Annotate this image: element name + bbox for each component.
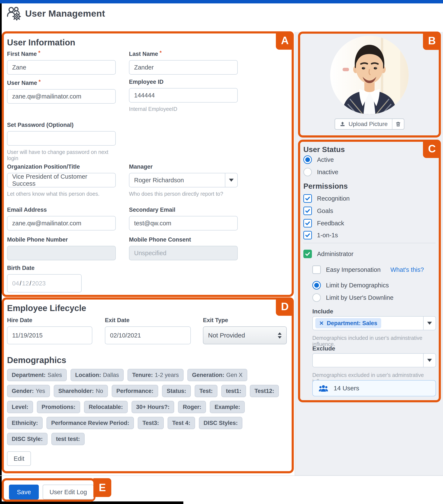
demographic-tag: Example: xyxy=(210,401,245,413)
demographic-tag: Roger: xyxy=(178,401,206,413)
checkbox-recognition[interactable]: Recognition xyxy=(303,194,350,203)
user-information-title: User Information xyxy=(7,38,75,47)
demographic-tag: Shareholder:No xyxy=(54,385,108,397)
manager-helper: Who does this person directly report to? xyxy=(129,191,238,197)
annotation-badge-d: D xyxy=(276,297,294,316)
checkbox-administrator[interactable]: Administrator xyxy=(303,250,354,258)
demographics-row: Gender:Yes Shareholder:No Performance: S… xyxy=(7,385,279,397)
checkbox-1on1s-label: 1-on-1s xyxy=(317,232,338,239)
annotation-badge-c: C xyxy=(423,140,441,158)
field-employee-id: Employee ID 144444 Internal EmployeeID xyxy=(129,79,238,112)
demographic-tag: test1: xyxy=(221,385,246,397)
user-name-label: User Name* xyxy=(7,79,116,86)
demographic-tag: Test12: xyxy=(250,385,279,397)
footer-actions-section: E Save User Edit Log xyxy=(2,478,95,502)
required-asterisk: * xyxy=(38,50,40,56)
checkbox-easy-impersonation[interactable]: Easy Impersonation What's this? xyxy=(312,265,424,274)
field-set-password: Set Password (Optional) User will have t… xyxy=(7,122,116,162)
demographics-row: Department:Sales Location:Dallas Tenure:… xyxy=(7,369,247,381)
easy-impersonation-label: Easy Impersonation xyxy=(326,266,381,273)
field-hire-date: Hire Date 11/19/2015 xyxy=(7,317,92,344)
close-icon[interactable]: ✕ xyxy=(319,320,324,327)
employee-id-input[interactable]: 144444 xyxy=(129,88,238,103)
unchecked-checkbox-icon xyxy=(312,265,321,274)
page-title: User Management xyxy=(25,8,105,19)
employee-lifecycle-section: D Employee Lifecycle Hire Date 11/19/201… xyxy=(2,297,294,473)
include-select[interactable]: ✕ Department: Sales xyxy=(312,316,436,330)
demographics-row: Level: Promotions: Relocatable: 30+ Hour… xyxy=(7,401,245,413)
required-asterisk: * xyxy=(160,50,162,56)
demographic-tag: DISC Style: xyxy=(7,433,48,445)
radio-inactive[interactable]: Inactive xyxy=(303,168,338,176)
field-secondary-email: Secondary Email test@qw.com xyxy=(129,207,238,231)
exit-type-select[interactable]: Not Provided xyxy=(203,326,287,344)
mobile-phone-label: Mobile Phone Number xyxy=(7,236,116,243)
demographic-tag: Relocatable: xyxy=(84,401,128,413)
birth-date-input[interactable]: 04/12/2023 xyxy=(7,274,82,292)
demographic-tag: test test: xyxy=(51,433,85,445)
org-position-input[interactable]: Vice President of Customer Success xyxy=(7,173,116,187)
field-exit-date: Exit Date 02/10/2021 xyxy=(105,317,191,344)
radio-limit-demographics[interactable]: Limit by Demographics xyxy=(312,281,389,289)
last-name-input[interactable]: Zander xyxy=(129,60,238,75)
checkbox-feedback[interactable]: Feedback xyxy=(303,219,344,228)
checkbox-goals-label: Goals xyxy=(317,207,333,215)
field-exit-type: Exit Type Not Provided xyxy=(203,317,287,344)
chevron-down-icon xyxy=(423,354,436,367)
birth-date-label: Birth Date xyxy=(7,265,82,271)
demographics-row: DISC Style: test test: xyxy=(7,433,85,445)
whats-this-link[interactable]: What's this? xyxy=(390,266,424,273)
demographic-tag: Test3: xyxy=(138,417,164,429)
users-count-label: 14 Users xyxy=(334,385,359,392)
delete-picture-button[interactable] xyxy=(392,119,404,129)
checkbox-goals[interactable]: Goals xyxy=(303,207,333,215)
mobile-phone-input xyxy=(7,246,116,260)
radio-limit-downline[interactable]: Limit by User's Downline xyxy=(312,293,393,302)
edit-demographics-button[interactable]: Edit xyxy=(7,451,31,466)
checked-checkbox-icon xyxy=(303,219,312,228)
top-blue-bar xyxy=(0,0,443,3)
field-birth-date: Birth Date 04/12/2023 xyxy=(7,265,82,292)
chevron-down-icon xyxy=(225,173,237,187)
user-information-section: A User Information First Name* Zane Last… xyxy=(2,31,294,297)
employee-id-label: Employee ID xyxy=(129,79,238,85)
checkbox-recognition-label: Recognition xyxy=(317,195,350,202)
checked-checkbox-icon xyxy=(303,207,312,215)
email-label: Email Address xyxy=(7,207,116,213)
field-last-name: Last Name* Zander xyxy=(129,50,238,75)
upload-picture-button[interactable]: Upload Picture xyxy=(335,119,392,129)
radio-unselected-icon xyxy=(312,293,321,302)
set-password-label: Set Password (Optional) xyxy=(7,122,116,128)
upload-controls: Upload Picture xyxy=(335,119,404,130)
exclude-select[interactable] xyxy=(312,353,436,367)
org-position-helper: Let others know what this person does. xyxy=(7,191,116,197)
manager-label: Manager xyxy=(129,163,238,170)
annotation-badge-b: B xyxy=(423,32,441,50)
users-gear-icon xyxy=(6,6,21,20)
manager-select[interactable]: Roger Richardson xyxy=(129,173,238,187)
screen-left-edge xyxy=(0,3,2,504)
user-status-title: User Status xyxy=(303,145,345,154)
checkbox-1on1s[interactable]: 1-on-1s xyxy=(303,231,338,239)
footer-divider xyxy=(0,475,443,476)
secondary-email-input[interactable]: test@qw.com xyxy=(129,216,238,231)
first-name-input[interactable]: Zane xyxy=(7,60,116,75)
mobile-consent-label: Mobile Phone Consent xyxy=(129,236,238,243)
hire-date-input[interactable]: 11/19/2015 xyxy=(7,326,92,344)
demographic-tag: Test 4: xyxy=(168,417,195,429)
demographic-tag: Department:Sales xyxy=(7,369,67,381)
save-button[interactable]: Save xyxy=(9,485,39,500)
set-password-input[interactable] xyxy=(7,131,116,146)
radio-active[interactable]: Active xyxy=(303,155,334,164)
email-input[interactable]: zane.qw@mailinator.com xyxy=(7,216,116,231)
checked-checkbox-icon xyxy=(303,231,312,239)
demographic-tag: DISC Styles: xyxy=(199,417,243,429)
user-name-input[interactable]: zane.qw@mailinator.com xyxy=(7,89,116,104)
exit-date-input[interactable]: 02/10/2021 xyxy=(105,326,191,344)
employee-id-helper: Internal EmployeeID xyxy=(129,106,238,112)
last-name-label: Last Name* xyxy=(129,50,238,57)
demographic-tag: Status: xyxy=(162,385,191,397)
user-edit-log-button[interactable]: User Edit Log xyxy=(43,485,94,500)
users-count-button[interactable]: 14 Users xyxy=(312,380,436,396)
trash-icon xyxy=(395,121,401,127)
